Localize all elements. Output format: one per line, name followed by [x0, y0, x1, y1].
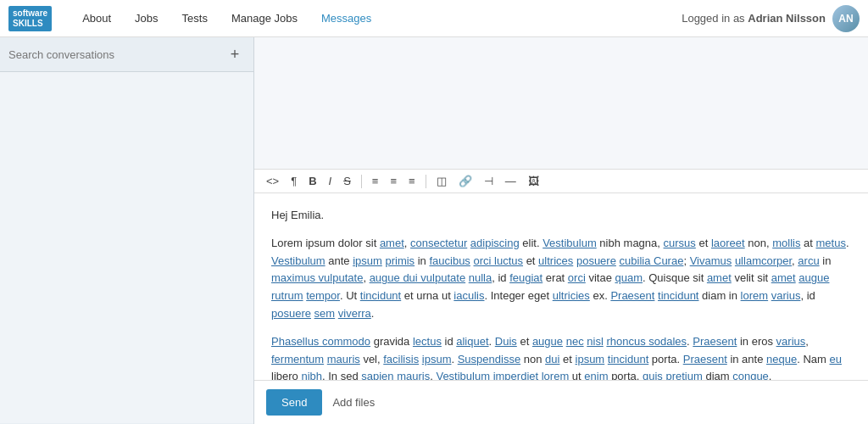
- link-laoreet[interactable]: laoreet: [711, 237, 745, 249]
- link-ipsum3[interactable]: ipsum: [576, 353, 605, 365]
- link-enim[interactable]: enim: [584, 370, 608, 380]
- nav-jobs[interactable]: Jobs: [125, 7, 168, 30]
- link-amet2[interactable]: amet: [707, 271, 732, 284]
- link-praesent2[interactable]: Praesent: [693, 335, 737, 348]
- link-faucibus[interactable]: faucibus: [429, 254, 470, 267]
- link-nec[interactable]: nec: [566, 335, 584, 348]
- link-iaculis[interactable]: iaculis: [453, 289, 484, 302]
- link-varius2[interactable]: varius: [776, 335, 806, 348]
- link-posuere2[interactable]: posuere: [271, 307, 311, 320]
- link-vestibulum3[interactable]: Vestibulum imperdiet: [436, 370, 538, 380]
- link-adipiscing[interactable]: adipiscing: [470, 237, 520, 249]
- nav-about[interactable]: About: [72, 7, 121, 30]
- link-ipsum[interactable]: ipsum: [353, 254, 382, 267]
- message-footer: Send Add files: [254, 380, 868, 424]
- link-mollis[interactable]: mollis: [772, 237, 800, 249]
- link-suspendisse[interactable]: Suspendisse: [458, 353, 520, 365]
- italic-btn[interactable]: I: [326, 173, 336, 189]
- link-tincidunt2[interactable]: tincidunt: [658, 289, 698, 302]
- link-orci[interactable]: orci luctus: [474, 254, 524, 267]
- align-btn[interactable]: ⊣: [481, 173, 497, 189]
- link-lorem[interactable]: lorem: [741, 289, 769, 302]
- link-dui[interactable]: dui: [545, 353, 559, 365]
- bold-btn[interactable]: B: [305, 173, 320, 189]
- link-tincidunt[interactable]: tincidunt: [360, 289, 401, 302]
- link-eu[interactable]: eu: [829, 353, 841, 365]
- link-fermentum[interactable]: fermentum: [271, 353, 324, 365]
- main-layout: + <> ¶ B I S ≡ ≡ ≡ ◫ 🔗 ⊣ — 🖼 Hej Emilia.: [0, 37, 868, 424]
- link-cursus[interactable]: cursus: [664, 237, 696, 249]
- link-nisl[interactable]: nisl: [587, 335, 604, 348]
- add-files-button[interactable]: Add files: [332, 396, 375, 409]
- list-unordered-btn[interactable]: ≡: [369, 173, 382, 189]
- nav-tests[interactable]: Tests: [172, 7, 218, 30]
- link-sem[interactable]: sem: [314, 307, 336, 320]
- indent-btn[interactable]: ≡: [405, 173, 419, 189]
- link-rutrum[interactable]: rutrum: [271, 289, 303, 302]
- search-input[interactable]: [8, 48, 225, 61]
- link-consectetur[interactable]: consectetur: [410, 237, 467, 249]
- link-amet[interactable]: amet: [380, 237, 404, 249]
- link-sapien[interactable]: sapien: [361, 370, 393, 380]
- link-quam[interactable]: quam: [615, 271, 643, 284]
- link-lectus[interactable]: lectus: [413, 335, 442, 348]
- link-aliquet[interactable]: aliquet: [456, 335, 488, 348]
- link-varius[interactable]: varius: [771, 289, 801, 302]
- link-augue2[interactable]: augue: [798, 271, 829, 284]
- link-tincidunt3[interactable]: tincidunt: [608, 353, 648, 365]
- nav-manage-jobs[interactable]: Manage Jobs: [221, 7, 308, 30]
- link-orci2[interactable]: orci: [568, 271, 586, 284]
- link-vestibulum2[interactable]: Vestibulum: [271, 254, 326, 267]
- nav-messages[interactable]: Messages: [311, 7, 381, 30]
- link-congue[interactable]: congue: [732, 370, 769, 380]
- link-ipsum2[interactable]: ipsum: [422, 353, 452, 365]
- message-paragraph-2: Phasellus commodo gravida lectus id aliq…: [271, 333, 851, 380]
- link-nulla[interactable]: nulla: [469, 271, 492, 284]
- code-btn[interactable]: <>: [263, 173, 282, 189]
- add-conversation-button[interactable]: +: [225, 44, 245, 64]
- link-mauris[interactable]: mauris: [327, 353, 360, 365]
- link-btn[interactable]: 🔗: [455, 173, 476, 189]
- link-augue3[interactable]: augue: [532, 335, 563, 348]
- image-btn[interactable]: 🖼: [525, 173, 542, 189]
- link-feugiat[interactable]: feugiat: [509, 271, 542, 284]
- link-nibh[interactable]: nibh: [301, 370, 322, 380]
- link-amet3[interactable]: amet: [771, 271, 796, 284]
- top-blank-area: [254, 37, 868, 170]
- logged-in-text: Logged in as Adrian Nilsson: [682, 12, 826, 25]
- link-praesent[interactable]: Praesent: [610, 289, 654, 302]
- link-viverra[interactable]: viverra: [338, 307, 371, 320]
- hr-btn[interactable]: —: [502, 173, 520, 189]
- link-primis[interactable]: primis: [385, 254, 415, 267]
- link-ullamcorper[interactable]: ullamcorper: [735, 254, 792, 267]
- link-ultrices[interactable]: ultrices: [538, 254, 573, 267]
- link-facilisis[interactable]: facilisis: [383, 353, 419, 365]
- conversations-list: [0, 72, 253, 423]
- send-button[interactable]: Send: [266, 389, 322, 416]
- logo: software SKILLS: [8, 6, 55, 31]
- link-quis[interactable]: quis pretium: [643, 370, 703, 380]
- link-rhoncus[interactable]: rhoncus sodales: [606, 335, 687, 348]
- link-ultricies[interactable]: ultricies: [553, 289, 590, 302]
- link-praesent3[interactable]: Praesent: [683, 353, 727, 365]
- link-metus[interactable]: metus: [816, 237, 846, 249]
- link-cubilia[interactable]: cubilia Curae: [620, 254, 684, 267]
- link-duis[interactable]: Duis: [495, 335, 517, 348]
- message-content: <> ¶ B I S ≡ ≡ ≡ ◫ 🔗 ⊣ — 🖼 Hej Emilia. L…: [254, 37, 868, 424]
- strikethrough-btn[interactable]: S: [340, 173, 354, 189]
- link-lorem2[interactable]: lorem: [542, 370, 570, 380]
- link-tempor[interactable]: tempor: [306, 289, 340, 302]
- link-neque[interactable]: neque: [766, 353, 797, 365]
- link-maximus[interactable]: maximus vulputate: [271, 271, 363, 284]
- paragraph-btn[interactable]: ¶: [287, 173, 300, 189]
- link-posuere[interactable]: posuere: [576, 254, 616, 267]
- link-mauris2[interactable]: mauris: [397, 370, 430, 380]
- link-vivamus[interactable]: Vivamus: [690, 254, 732, 267]
- link-phasellus[interactable]: Phasellus commodo: [271, 335, 370, 348]
- list-ordered-btn[interactable]: ≡: [387, 173, 400, 189]
- link-augue[interactable]: augue dui vulputate: [370, 271, 465, 284]
- link-vestibulum[interactable]: Vestibulum: [542, 237, 597, 249]
- table-btn[interactable]: ◫: [433, 173, 450, 189]
- nav: About Jobs Tests Manage Jobs Messages: [72, 7, 682, 30]
- link-arcu[interactable]: arcu: [798, 254, 819, 267]
